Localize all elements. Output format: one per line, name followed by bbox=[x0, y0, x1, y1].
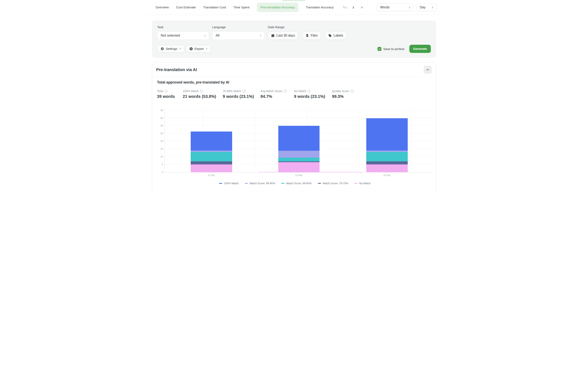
generate-button[interactable]: Generate bbox=[409, 45, 431, 53]
stat-avg-match-score: Avg Match Scorei 84.7% bbox=[260, 89, 294, 99]
stat-label: Total bbox=[157, 89, 163, 93]
y-axis-tick bbox=[164, 110, 165, 110]
legend-label: No Match bbox=[359, 182, 371, 185]
chart-heading: Total approved words, pre-translated by … bbox=[157, 80, 433, 85]
legend-marker bbox=[355, 183, 357, 184]
info-icon[interactable]: i bbox=[351, 90, 354, 93]
bar-segment[interactable] bbox=[366, 150, 408, 152]
bar-segment[interactable] bbox=[366, 161, 408, 164]
tabs-scroll-right-button[interactable] bbox=[352, 6, 355, 9]
filter-fields-row: Task Not selected Language All bbox=[157, 25, 431, 40]
export-button[interactable]: Export bbox=[186, 45, 211, 53]
stat-label: Quality Score bbox=[332, 89, 349, 93]
task-select-value: Not selected bbox=[161, 34, 180, 38]
files-button-label: Files bbox=[311, 34, 318, 37]
stat-value: 99.3% bbox=[332, 94, 354, 99]
y-axis-label: 25 bbox=[156, 132, 163, 135]
bar-segment[interactable] bbox=[278, 161, 320, 162]
y-axis-label: 0 bbox=[156, 171, 163, 173]
language-select[interactable]: All bbox=[212, 31, 265, 40]
tab-cost-estimate[interactable]: Cost Estimate bbox=[176, 3, 196, 12]
labels-filter-button[interactable]: Labels bbox=[325, 31, 346, 40]
language-select-value: All bbox=[216, 34, 219, 38]
language-label: Language bbox=[212, 25, 265, 29]
bar-segment[interactable] bbox=[191, 161, 232, 164]
settings-button-label: Settings bbox=[166, 47, 177, 51]
stacked-bar bbox=[278, 109, 320, 172]
y-axis-label: 10 bbox=[156, 155, 163, 158]
x-axis-tick bbox=[211, 172, 212, 173]
bar-segment[interactable] bbox=[191, 164, 232, 172]
check-icon bbox=[378, 48, 381, 50]
plot-area: 051015202530354011 Dec13 Dec15 Dec bbox=[164, 109, 433, 172]
bar-segment[interactable] bbox=[278, 162, 320, 172]
select-updown-icon bbox=[408, 6, 411, 9]
report-tabs-bar: Overview Cost Estimate Translation Cost … bbox=[147, 0, 441, 15]
y-axis-tick bbox=[164, 125, 165, 126]
report-filters-panel: Task Not selected Language All bbox=[152, 21, 436, 58]
legend-item[interactable]: Match Score: 79-70% bbox=[318, 182, 348, 185]
task-field: Task Not selected bbox=[157, 25, 209, 40]
generate-controls: Save to archive Generate bbox=[378, 45, 431, 53]
tab-pre-translation-accuracy[interactable]: Pre-translation Accuracy bbox=[257, 3, 298, 12]
settings-button[interactable]: Settings bbox=[157, 45, 185, 53]
bar-segment[interactable] bbox=[366, 118, 408, 150]
add-report-tab-button[interactable]: + bbox=[360, 5, 363, 10]
stat-label: Avg Match Score bbox=[260, 89, 282, 93]
bar-segment[interactable] bbox=[191, 131, 232, 150]
bar-segment[interactable] bbox=[278, 151, 320, 158]
legend-item[interactable]: Match Score: 89-80% bbox=[281, 182, 312, 185]
tab-overview[interactable]: Overview bbox=[156, 3, 169, 12]
bar-segment[interactable] bbox=[191, 152, 232, 161]
stat-value: 39 words bbox=[157, 94, 183, 99]
save-to-archive-checkbox[interactable]: Save to archive bbox=[378, 47, 404, 51]
stat-70-99-match: 70-99% Matchi 9 words (23.1%) bbox=[223, 89, 260, 99]
collapse-card-button[interactable] bbox=[424, 65, 432, 74]
files-filter-button[interactable]: Files bbox=[302, 31, 321, 40]
stacked-bar bbox=[366, 109, 408, 172]
x-axis-tick bbox=[299, 172, 299, 173]
y-axis-label: 15 bbox=[156, 148, 163, 150]
stat-value: 9 words (23.1%) bbox=[223, 94, 260, 99]
x-axis-label: 13 Dec bbox=[295, 174, 303, 176]
legend-label: Match Score: 89-80% bbox=[286, 182, 312, 185]
info-icon[interactable]: i bbox=[165, 90, 168, 93]
y-axis-tick bbox=[164, 149, 165, 149]
export-button-label: Export bbox=[195, 47, 204, 51]
chevron-up-icon bbox=[426, 68, 430, 71]
card-title: Pre-translation via AI bbox=[156, 67, 197, 72]
tag-icon bbox=[328, 34, 332, 37]
info-icon[interactable]: i bbox=[284, 90, 287, 93]
nav-selects: Words Day bbox=[377, 3, 437, 11]
legend-marker bbox=[219, 183, 222, 184]
tab-translation-cost[interactable]: Translation Cost bbox=[203, 3, 226, 12]
tab-time-spent[interactable]: Time Spent bbox=[233, 3, 250, 12]
calendar-icon bbox=[271, 34, 274, 37]
checkbox-checked bbox=[378, 47, 381, 51]
legend-item[interactable]: No Match bbox=[355, 182, 371, 185]
x-axis-label: 15 Dec bbox=[383, 174, 391, 176]
bar-segment[interactable] bbox=[278, 126, 320, 150]
stat-value: 21 words (53.8%) bbox=[183, 94, 223, 99]
info-icon[interactable]: i bbox=[308, 90, 311, 93]
bar-segment[interactable] bbox=[366, 164, 408, 172]
y-axis-label: 5 bbox=[156, 163, 163, 166]
save-to-archive-label: Save to archive bbox=[383, 47, 404, 51]
tab-translator-accuracy[interactable]: Translator Accuracy bbox=[306, 3, 334, 12]
info-icon[interactable]: i bbox=[243, 90, 246, 93]
date-range-button[interactable]: Last 30 days bbox=[268, 31, 298, 40]
legend-item[interactable]: 100% Match bbox=[219, 182, 239, 185]
legend-label: Match Score: 99-90% bbox=[250, 182, 275, 185]
period-select[interactable]: Day bbox=[417, 3, 437, 11]
date-range-field: Date Range: Last 30 days Files bbox=[268, 25, 346, 40]
bar-segment[interactable] bbox=[366, 152, 408, 161]
tab-top-truncated[interactable]: Top bbox=[341, 3, 350, 12]
bar-segment[interactable] bbox=[191, 150, 232, 152]
bar-segment[interactable] bbox=[278, 158, 320, 161]
unit-select[interactable]: Words bbox=[377, 3, 414, 11]
stat-label: No Match bbox=[294, 89, 306, 93]
x-axis-tick bbox=[387, 172, 387, 173]
legend-item[interactable]: Match Score: 99-90% bbox=[245, 182, 275, 185]
info-icon[interactable]: i bbox=[200, 90, 203, 93]
task-select[interactable]: Not selected bbox=[157, 31, 209, 40]
